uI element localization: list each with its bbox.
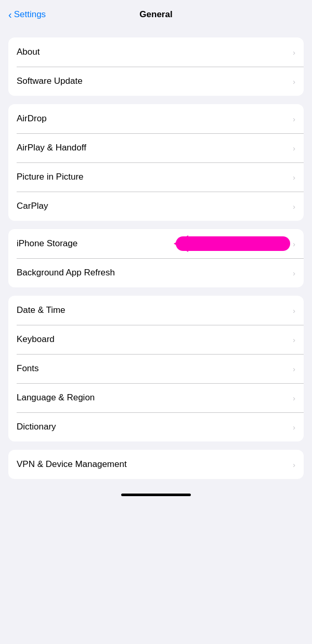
menu-item-language-region[interactable]: Language & Region › xyxy=(8,383,304,412)
menu-item-language-region-label: Language & Region xyxy=(17,393,95,403)
chevron-right-icon: › xyxy=(293,269,295,277)
chevron-right-icon: › xyxy=(293,115,295,123)
svg-marker-2 xyxy=(174,235,188,252)
home-indicator xyxy=(0,487,312,500)
chevron-right-icon: › xyxy=(293,48,295,57)
chevron-right-icon: › xyxy=(293,239,295,248)
chevron-right-icon: › xyxy=(293,423,295,432)
menu-item-software-update-label: Software Update xyxy=(17,76,83,86)
chevron-right-icon: › xyxy=(293,364,295,373)
menu-item-pip-label: Picture in Picture xyxy=(17,172,84,182)
menu-item-carplay[interactable]: CarPlay › xyxy=(8,192,304,221)
menu-item-about[interactable]: About › xyxy=(8,37,304,67)
menu-item-software-update[interactable]: Software Update › xyxy=(8,67,304,96)
chevron-right-icon: › xyxy=(293,173,295,182)
back-label: Settings xyxy=(14,9,46,20)
page-title: General xyxy=(139,9,172,20)
menu-item-fonts[interactable]: Fonts › xyxy=(8,354,304,383)
menu-item-vpn-label: VPN & Device Management xyxy=(17,459,127,470)
section-about: About › Software Update › xyxy=(8,37,304,96)
navigation-bar: ‹ Settings General xyxy=(0,0,312,29)
menu-item-dictionary[interactable]: Dictionary › xyxy=(8,412,304,441)
chevron-right-icon: › xyxy=(293,77,295,86)
menu-item-date-time-label: Date & Time xyxy=(17,305,66,315)
chevron-right-icon: › xyxy=(293,335,295,344)
menu-item-keyboard-label: Keyboard xyxy=(17,334,55,345)
menu-item-iphone-storage-label: iPhone Storage xyxy=(17,238,77,249)
section-connectivity: AirDrop › AirPlay & Handoff › Picture in… xyxy=(8,104,304,221)
section-locale: Date & Time › Keyboard › Fonts › Languag… xyxy=(8,296,304,441)
menu-item-airplay-handoff[interactable]: AirPlay & Handoff › xyxy=(8,133,304,162)
menu-item-airdrop[interactable]: AirDrop › xyxy=(8,104,304,133)
back-chevron-icon: ‹ xyxy=(8,9,12,20)
home-bar xyxy=(121,494,191,496)
menu-item-dictionary-label: Dictionary xyxy=(17,422,56,432)
section-vpn: VPN & Device Management › xyxy=(8,450,304,479)
chevron-right-icon: › xyxy=(293,144,295,153)
menu-item-background-app-refresh[interactable]: Background App Refresh › xyxy=(8,258,304,287)
menu-item-vpn-device-management[interactable]: VPN & Device Management › xyxy=(8,450,304,479)
annotation-arrow xyxy=(174,232,283,255)
menu-item-about-label: About xyxy=(17,47,40,57)
menu-item-carplay-label: CarPlay xyxy=(17,201,48,211)
chevron-right-icon: › xyxy=(293,394,295,402)
chevron-right-icon: › xyxy=(293,460,295,469)
chevron-right-icon: › xyxy=(293,306,295,315)
menu-item-picture-in-picture[interactable]: Picture in Picture › xyxy=(8,162,304,192)
menu-item-fonts-label: Fonts xyxy=(17,363,39,374)
menu-item-date-time[interactable]: Date & Time › xyxy=(8,296,304,325)
menu-item-background-refresh-label: Background App Refresh xyxy=(17,268,115,278)
menu-item-iphone-storage[interactable]: iPhone Storage › xyxy=(8,229,304,258)
section-storage: iPhone Storage › Background App Refresh … xyxy=(8,229,304,287)
sections-container: About › Software Update › AirDrop › AirP… xyxy=(0,37,312,479)
chevron-right-icon: › xyxy=(293,202,295,211)
back-button[interactable]: ‹ Settings xyxy=(8,9,46,20)
menu-item-airplay-label: AirPlay & Handoff xyxy=(17,143,86,153)
menu-item-keyboard[interactable]: Keyboard › xyxy=(8,325,304,354)
menu-item-airdrop-label: AirDrop xyxy=(17,113,47,124)
